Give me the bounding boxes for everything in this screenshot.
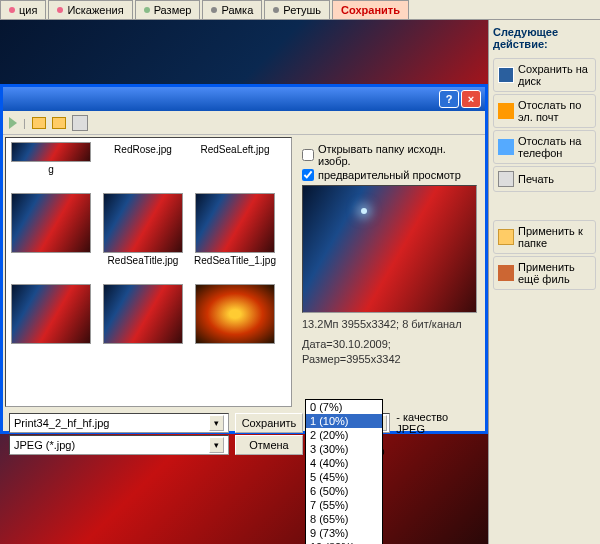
dot-icon [144,7,150,13]
file-item[interactable]: RedSeaLeft.jpg [194,142,276,175]
separator: | [23,117,26,129]
quality-dropdown[interactable]: 0 (7%) 1 (10%) 2 (20%) 3 (30%) 4 (40%) 5… [305,399,383,544]
view-icon[interactable] [72,115,88,131]
send-phone-button[interactable]: Отослать на телефон [493,130,596,164]
right-panel: Следующее действие: Сохранить на диск От… [488,20,600,544]
file-item[interactable] [194,284,276,344]
send-email-button[interactable]: Отослать по эл. почт [493,94,596,128]
tab-save[interactable]: Сохранить [332,0,409,19]
filetype-select[interactable]: JPEG (*.jpg)▾ [9,435,229,455]
tab-frame[interactable]: Рамка [202,0,262,19]
apply-more-button[interactable]: Применить ещё филь [493,256,596,290]
save-dialog: ? × | g RedRose.jpg RedSeaLeft.jpg RedSe… [0,84,488,434]
quality-option[interactable]: 4 (40%) [306,456,382,470]
thumbnail [11,284,91,344]
quality-option[interactable]: 1 (10%) [306,414,382,428]
preview-image [302,185,477,313]
tab-retouch[interactable]: Ретушь [264,0,330,19]
file-item[interactable]: RedSeaTitle.jpg [102,193,184,266]
floppy-icon [498,67,514,83]
tab-distortion[interactable]: Искажения [48,0,132,19]
filename-input[interactable]: Print34_2_hf_hf.jpg▾ [9,413,229,433]
file-item[interactable] [102,284,184,344]
image-metadata: 13.2Mп 3955x3342; 8 бит/канал Дата=30.10… [302,317,477,366]
help-button[interactable]: ? [439,90,459,108]
tab-size[interactable]: Размер [135,0,201,19]
thumbnail [103,193,183,253]
thumbnail [195,193,275,253]
file-item[interactable] [10,284,92,344]
quality-option[interactable]: 5 (45%) [306,470,382,484]
quality-option[interactable]: 9 (73%) [306,526,382,540]
dialog-titlebar: ? × [3,87,485,111]
preview-checkbox[interactable] [302,169,314,181]
thumbnail [195,284,275,344]
dialog-toolbar: | [3,111,485,135]
apply-folder-button[interactable]: Применить к папке [493,220,596,254]
print-button[interactable]: Печать [493,166,596,192]
dot-icon [211,7,217,13]
save-button[interactable]: Сохранить [235,413,303,433]
file-item[interactable]: RedSeaTitle_1.jpg [194,193,276,266]
quality-option[interactable]: 3 (30%) [306,442,382,456]
file-item[interactable]: RedRose.jpg [102,142,184,175]
open-source-folder-checkbox[interactable] [302,149,314,161]
quality-option[interactable]: 2 (20%) [306,428,382,442]
main-tabs: ция Искажения Размер Рамка Ретушь Сохран… [0,0,600,20]
folder-up-icon[interactable] [32,117,46,129]
save-to-disk-button[interactable]: Сохранить на диск [493,58,596,92]
quality-option[interactable]: 10 (82%) [306,540,382,544]
quality-option[interactable]: 6 (50%) [306,484,382,498]
dot-icon [273,7,279,13]
next-action-heading: Следующее действие: [489,20,600,56]
cancel-button[interactable]: Отмена [235,435,303,455]
dot-icon [57,7,63,13]
file-list[interactable]: g RedRose.jpg RedSeaLeft.jpg RedSeaTitle… [5,137,292,407]
envelope-icon [498,103,514,119]
phone-icon [498,139,514,155]
tab-cia[interactable]: ция [0,0,46,19]
filmstrip-icon [498,265,514,281]
quality-option[interactable]: 8 (65%) [306,512,382,526]
new-folder-icon[interactable] [52,117,66,129]
thumbnail [11,142,91,162]
chevron-down-icon[interactable]: ▾ [209,415,224,431]
thumbnail [103,284,183,344]
file-item[interactable] [10,193,92,266]
printer-icon [498,171,514,187]
folder-icon [498,229,514,245]
dot-icon [9,7,15,13]
quality-option[interactable]: 0 (7%) [306,400,382,414]
chevron-down-icon[interactable]: ▾ [209,437,224,453]
back-icon[interactable] [9,117,17,129]
quality-option[interactable]: 7 (55%) [306,498,382,512]
thumbnail [11,193,91,253]
file-item[interactable]: g [10,142,92,175]
close-button[interactable]: × [461,90,481,108]
quality-label: - качество JPEG [396,411,479,435]
preview-panel: Открывать папку исходн. изобр. предварит… [294,135,485,409]
